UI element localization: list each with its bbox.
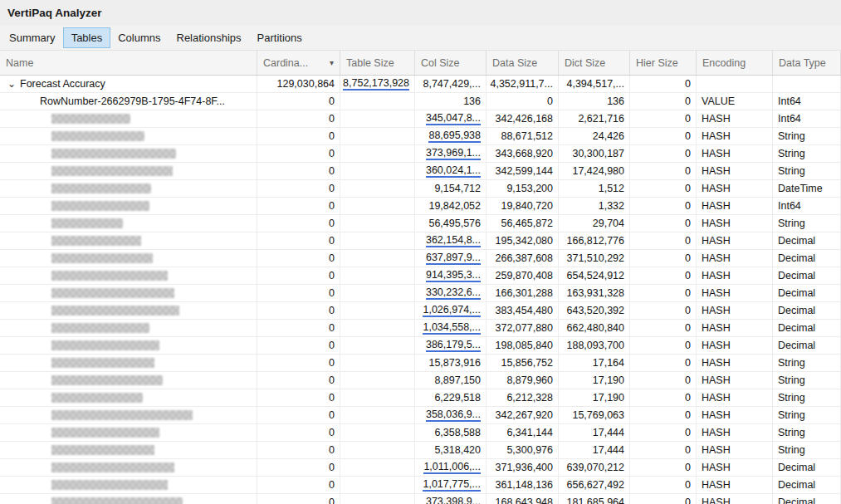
column-header-dict_size[interactable]: Dict Size — [559, 51, 630, 75]
tab-relationships[interactable]: Relationships — [169, 28, 249, 47]
cell-value: 17,424,980 — [572, 165, 624, 177]
cell-value: 0 — [329, 113, 335, 125]
cell-value: 1,011,006,... — [423, 461, 481, 474]
cell-value: 17,164 — [593, 357, 624, 369]
cell-table_size — [340, 163, 415, 179]
table-row[interactable]: 0386,179,5...198,085,840188,093,7000HASH… — [0, 337, 841, 355]
cell-col_size: 914,395,3... — [415, 267, 487, 284]
cell-dict_size: 17,190 — [559, 389, 630, 406]
cell-value: 0 — [685, 78, 691, 90]
cell-value: HASH — [702, 479, 731, 491]
cell-value: HASH — [702, 374, 731, 386]
cell-value: String — [778, 427, 805, 438]
column-header-data_size[interactable]: Data Size — [487, 51, 559, 75]
redacted-name — [51, 445, 154, 455]
column-header-label: Dict Size — [565, 57, 605, 69]
tab-partitions[interactable]: Partitions — [250, 28, 310, 47]
table-row[interactable]: 0345,047,8...342,426,1682,621,7160HASHIn… — [0, 110, 841, 128]
cell-table_size — [340, 250, 415, 267]
cell-value: 0 — [685, 357, 691, 369]
tab-columns[interactable]: Columns — [110, 28, 168, 47]
cell-value: 2,621,716 — [578, 113, 624, 125]
table-row[interactable]: 0914,395,3...259,870,408654,524,9120HASH… — [0, 267, 841, 285]
tab-tables[interactable]: Tables — [64, 28, 110, 47]
cell-value: 0 — [329, 392, 335, 404]
cell-value: 637,897,9... — [426, 252, 481, 265]
cell-col_size: 330,232,6... — [415, 285, 487, 301]
column-header-col_size[interactable]: Col Size — [415, 51, 487, 75]
table-row[interactable]: 088,695,93888,671,51224,4260HASHString — [0, 128, 841, 145]
cell-table_size — [340, 232, 415, 249]
cell-cardinality: 0 — [257, 267, 340, 284]
cell-value: 342,267,920 — [495, 409, 553, 421]
column-header-data_type[interactable]: Data Type — [773, 51, 841, 75]
cell-value: 360,024,1... — [426, 164, 481, 178]
column-header-cardinality[interactable]: Cardina...▾ — [257, 51, 340, 75]
table-row[interactable]: ⌄Forecast Accuracy129,030,8648,752,173,9… — [0, 76, 841, 93]
table-row[interactable]: RowNumber-2662979B-1795-4F74-8F...013601… — [0, 93, 841, 110]
cell-value: 181,685,964 — [566, 497, 624, 504]
cell-dict_size: 30,300,187 — [559, 145, 630, 162]
cell-data_size: 4,352,911,7... — [487, 76, 559, 92]
cell-cardinality: 0 — [257, 494, 340, 504]
cell-dict_size: 24,426 — [559, 128, 630, 144]
chevron-down-icon[interactable]: ⌄ — [5, 78, 18, 90]
table-row[interactable]: 01,011,006,...371,936,400639,070,2120HAS… — [0, 459, 841, 477]
cell-hier_size: 0 — [630, 407, 697, 423]
cell-value: 0 — [685, 305, 691, 316]
table-row[interactable]: 0330,232,6...166,301,288163,931,3280HASH… — [0, 285, 841, 302]
cell-data_size: 371,936,400 — [487, 459, 559, 476]
table-row[interactable]: 0373,398,9...168,643,948181,685,9640HASH… — [0, 494, 841, 504]
table-row[interactable]: 06,358,5886,341,14417,4440HASHString — [0, 424, 841, 442]
table-row[interactable]: 019,842,05219,840,7201,3320HASHInt64 — [0, 198, 841, 215]
cell-value: 56,495,576 — [428, 218, 481, 229]
table-row[interactable]: 015,873,91615,856,75217,1640HASHString — [0, 355, 841, 372]
table-row[interactable]: 01,034,558,...372,077,880662,480,8400HAS… — [0, 320, 841, 337]
column-header-hier_size[interactable]: Hier Size — [630, 51, 697, 75]
table-row[interactable]: 0358,036,9...342,267,92015,769,0630HASHS… — [0, 407, 841, 424]
cell-data_size: 0 — [487, 93, 559, 110]
table-row[interactable]: 01,017,775,...361,148,136656,627,4920HAS… — [0, 477, 841, 494]
cell-hier_size: 0 — [630, 389, 697, 406]
cell-encoding: HASH — [697, 337, 773, 354]
table-row[interactable]: 0373,969,1...343,668,92030,300,1870HASHS… — [0, 145, 841, 163]
cell-data_type: Decimal — [773, 232, 841, 249]
cell-hier_size: 0 — [630, 93, 697, 110]
cell-data_size: 361,148,136 — [487, 477, 559, 493]
cell-data_type: Decimal — [773, 337, 841, 354]
table-row[interactable]: 056,495,57656,465,87229,7040HASHString — [0, 215, 841, 232]
cell-value: HASH — [702, 113, 731, 125]
column-header-table_size[interactable]: Table Size — [340, 51, 415, 75]
table-row[interactable]: 09,154,7129,153,2001,5120HASHDateTime — [0, 180, 841, 198]
cell-value: String — [778, 130, 805, 142]
cell-col_size: 15,873,916 — [415, 355, 487, 371]
grid-body[interactable]: ⌄Forecast Accuracy129,030,8648,752,173,9… — [0, 76, 841, 504]
table-row[interactable]: 01,026,974,...383,454,480643,520,3920HAS… — [0, 302, 841, 320]
cell-value: 654,524,912 — [566, 270, 624, 281]
cell-cardinality: 0 — [257, 93, 340, 110]
cell-value: String — [778, 165, 805, 177]
cell-value: 1,512 — [599, 183, 624, 194]
cell-table_size — [340, 372, 415, 389]
filter-dropdown-icon[interactable]: ▾ — [325, 58, 334, 67]
table-row[interactable]: 06,229,5186,212,32817,1900HASHString — [0, 389, 841, 407]
redacted-name — [51, 183, 151, 193]
redacted-name — [51, 236, 141, 246]
cell-hier_size: 0 — [630, 198, 697, 214]
column-header-encoding[interactable]: Encoding — [697, 51, 773, 75]
cell-hier_size: 0 — [630, 250, 697, 267]
cell-encoding: HASH — [697, 180, 773, 197]
table-row[interactable]: 05,318,4205,300,97617,4440HASHString — [0, 442, 841, 459]
tab-summary[interactable]: Summary — [2, 28, 63, 47]
table-row[interactable]: 0637,897,9...266,387,608371,510,2920HASH… — [0, 250, 841, 267]
cell-col_size: 358,036,9... — [415, 407, 487, 423]
cell-col_size: 8,897,150 — [415, 372, 487, 389]
cell-data_size: 343,668,920 — [487, 145, 559, 162]
cell-value: 136 — [607, 95, 624, 107]
table-row[interactable]: 0360,024,1...342,599,14417,424,9800HASHS… — [0, 163, 841, 180]
table-row[interactable]: 08,897,1508,879,96017,1900HASHString — [0, 372, 841, 389]
table-row[interactable]: 0362,154,8...195,342,080166,812,7760HASH… — [0, 232, 841, 250]
column-header-name[interactable]: Name — [0, 51, 257, 75]
cell-data_size: 9,153,200 — [487, 180, 559, 197]
cell-data_type: DateTime — [773, 180, 841, 197]
